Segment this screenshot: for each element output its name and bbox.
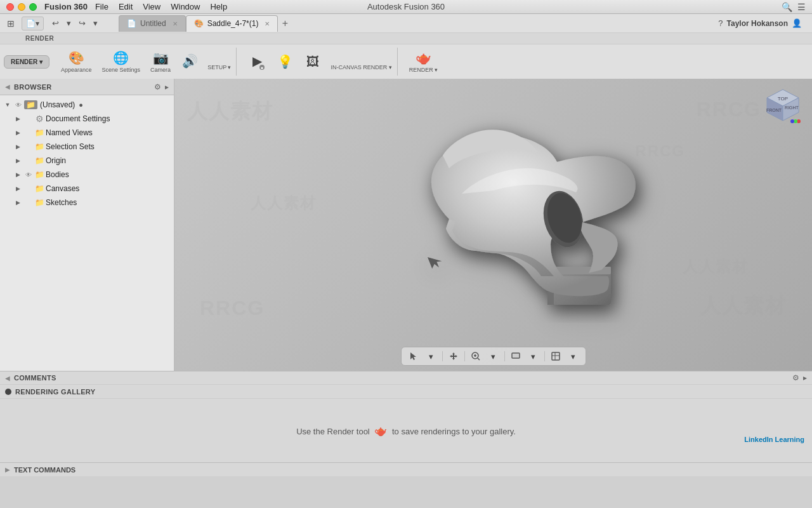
vp-cursor-dropdown[interactable]: ▾ <box>423 349 440 363</box>
rg-indicator <box>5 389 11 395</box>
tc-expand-icon[interactable]: ▶ <box>5 466 10 473</box>
eye-unsaved[interactable]: 👁 <box>14 102 23 109</box>
toolbar-top: ⊞ 📄▾ ↩ ▾ ↪ ▾ 📄 Untitled ✕ 🎨 Saddle_4-7*(… <box>0 14 812 33</box>
bottom-section: RENDERING GALLERY Use the Render tool 🫖 … <box>0 385 812 462</box>
folder-canvases: 📁 <box>34 184 44 193</box>
comments-expand-icon[interactable]: ▸ <box>803 373 807 382</box>
folder-namedviews: 📁 <box>34 128 44 137</box>
comments-settings-icon[interactable]: ⚙ <box>792 373 799 382</box>
menu-help[interactable]: Help <box>210 2 227 11</box>
traffic-lights <box>6 3 37 11</box>
menu-list-icon[interactable]: ☰ <box>797 2 806 12</box>
linkedin-badge: LinkedIn Learning <box>744 436 804 443</box>
incanvas-section-label: IN-CANVAS RENDER ▾ <box>328 53 391 70</box>
incanvas-render-btn[interactable]: ▶ ● <box>244 51 270 72</box>
help-icon[interactable]: ? <box>718 18 723 28</box>
tree-item-unsaved[interactable]: ▼ 👁 📁 (Unsaved) ● <box>0 98 174 112</box>
undo-button[interactable]: ↩ <box>49 17 62 29</box>
vp-sep3 <box>504 351 505 361</box>
tree-item-namedviews[interactable]: ▶ 📁 Named Views <box>0 126 174 140</box>
tree-item-docsettings[interactable]: ▶ ⚙ Document Settings <box>0 112 174 126</box>
redo-dropdown[interactable]: ▾ <box>90 17 101 29</box>
vp-grid-btn[interactable] <box>547 349 564 363</box>
environment-btn[interactable]: 🔊 <box>177 51 202 72</box>
comments-bar: ◀ COMMENTS ⚙ ▸ <box>0 371 812 385</box>
tc-label: TEXT COMMANDS <box>14 466 75 474</box>
new-tab-button[interactable]: + <box>278 17 292 30</box>
maximize-button[interactable] <box>29 3 37 11</box>
tree-item-bodies[interactable]: ▶ 👁 📁 Bodies <box>0 168 174 182</box>
incanvas-frame-btn[interactable]: 🖼 <box>300 53 325 71</box>
render-dropdown-btn[interactable]: RENDER ▾ <box>4 55 49 69</box>
minimize-button[interactable] <box>18 3 25 11</box>
comments-collapse[interactable]: ◀ <box>5 375 10 382</box>
vp-display-dropdown[interactable]: ▾ <box>525 349 542 363</box>
main-area: ◀ BROWSER ⚙ ▸ ▼ 👁 📁 (Unsaved) ● ▶ ⚙ Docu… <box>0 79 812 371</box>
tree-item-origin[interactable]: ▶ 📁 Origin <box>0 154 174 168</box>
tab-area: 📄 Untitled ✕ 🎨 Saddle_4-7*(1) ✕ + ? Tayl… <box>119 15 807 32</box>
vp-sep2 <box>464 351 465 361</box>
view-cube[interactable]: TOP FRONT RIGHT <box>764 86 802 124</box>
teapot-icon: 🫖 <box>416 50 431 65</box>
incanvas-lights-btn[interactable]: 💡 <box>272 52 298 71</box>
new-file-button[interactable]: 📄▾ <box>22 17 44 30</box>
title-bar-left: Fusion 360 File Edit View Window Help <box>6 2 227 11</box>
tab-untitled-close[interactable]: ✕ <box>173 20 178 27</box>
chevron-docsettings: ▶ <box>13 114 23 124</box>
tree-item-selectionsets[interactable]: ▶ 📁 Selection Sets <box>0 140 174 154</box>
vp-display-btn[interactable] <box>508 349 524 363</box>
tree-item-canvases[interactable]: ▶ 📁 Canvases <box>0 182 174 196</box>
render-teapot-btn[interactable]: 🫖 RENDER ▾ <box>405 48 442 75</box>
vp-cursor-btn[interactable] <box>405 349 422 363</box>
camera-icon: 📷 <box>153 50 169 65</box>
camera-btn[interactable]: 📷 Camera <box>147 48 174 75</box>
sidebar-expand-icon[interactable]: ▸ <box>165 83 169 91</box>
folder-bodies: 📁 <box>34 170 44 179</box>
sidebar-header-icons: ⚙ ▸ <box>154 83 169 91</box>
redo-button[interactable]: ↪ <box>75 17 89 29</box>
eye-bodies[interactable]: 👁 <box>24 171 33 178</box>
tab-saddle-icon: 🎨 <box>194 19 204 28</box>
user-avatar[interactable]: 👤 <box>792 18 802 28</box>
rendering-gallery-bar[interactable]: RENDERING GALLERY <box>0 385 812 399</box>
watermark-2: RRCG <box>697 98 761 121</box>
watermark-3: RRCG <box>200 297 265 320</box>
tab-saddle-close[interactable]: ✕ <box>265 20 270 27</box>
toolbar-group-incanvas: ▶ ● 💡 🖼 IN-CANVAS RENDER ▾ <box>239 48 397 76</box>
undo-redo-group: ↩ ▾ ↪ ▾ <box>49 17 101 29</box>
text-commands-bar: ▶ TEXT COMMANDS <box>0 462 812 476</box>
watermark-7: 人人素材 <box>683 257 749 277</box>
menu-window[interactable]: Window <box>171 2 200 11</box>
folder-sketches: 📁 <box>34 198 44 207</box>
undo-dropdown[interactable]: ▾ <box>63 17 74 29</box>
menu-view[interactable]: View <box>143 2 160 11</box>
search-icon[interactable]: 🔍 <box>782 2 792 12</box>
menu-file[interactable]: File <box>95 2 108 11</box>
vp-zoom-in-btn[interactable] <box>468 349 484 363</box>
tab-saddle-label: Saddle_4-7*(1) <box>207 19 259 28</box>
user-name: Taylor Hokanson <box>727 19 788 28</box>
chevron-origin: ▶ <box>13 156 23 166</box>
comments-label: COMMENTS <box>14 374 56 382</box>
svg-text:FRONT: FRONT <box>766 108 782 112</box>
tab-untitled[interactable]: 📄 Untitled ✕ <box>119 15 186 32</box>
camera-label: Camera <box>150 67 171 73</box>
sidebar-collapse-icon[interactable]: ◀ <box>5 83 10 90</box>
menu-bar: File Edit View Window Help <box>95 2 227 11</box>
tab-saddle[interactable]: 🎨 Saddle_4-7*(1) ✕ <box>186 15 278 32</box>
menu-edit[interactable]: Edit <box>119 2 133 11</box>
vp-pan-btn[interactable] <box>445 349 462 363</box>
render-label: RENDER ▾ <box>11 58 43 65</box>
vp-zoom-dropdown[interactable]: ▾ <box>485 349 502 363</box>
scene-label: Scene Settings <box>102 67 141 73</box>
viewport[interactable]: 人人素材 RRCG RRCG 人人素材 人人素材 RRCG 人人素材 <box>174 79 812 371</box>
toolbar-group-setup: 🎨 Appearance 🌐 Scene Settings 📷 Camera 🔊… <box>52 48 237 76</box>
tree-item-sketches[interactable]: ▶ 📁 Sketches <box>0 196 174 210</box>
appearance-btn[interactable]: 🎨 Appearance <box>57 48 96 75</box>
sidebar-settings-icon[interactable]: ⚙ <box>154 83 161 91</box>
vp-grid-dropdown[interactable]: ▾ <box>565 349 582 363</box>
grid-icon[interactable]: ⊞ <box>5 17 16 30</box>
folder-selectionsets: 📁 <box>34 142 44 151</box>
close-button[interactable] <box>6 3 14 11</box>
scene-settings-btn[interactable]: 🌐 Scene Settings <box>98 48 145 75</box>
